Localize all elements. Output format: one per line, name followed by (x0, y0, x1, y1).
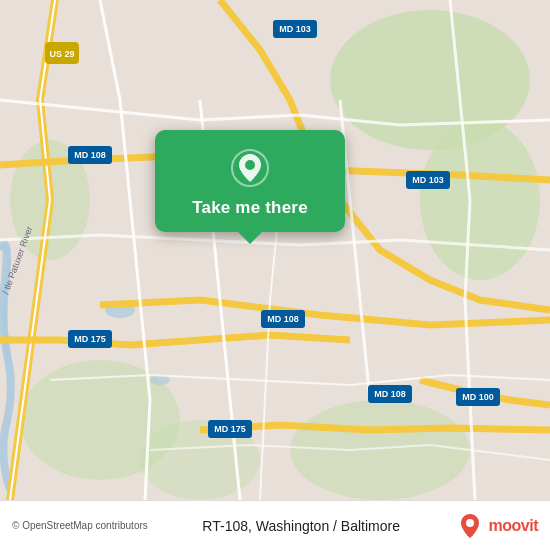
bottom-left: © OpenStreetMap contributors (12, 520, 148, 531)
svg-text:MD 103: MD 103 (412, 175, 444, 185)
svg-point-5 (290, 400, 470, 500)
svg-point-29 (245, 160, 255, 170)
take-me-there-label: Take me there (192, 198, 308, 218)
map-container: US 29 MD 103 MD 108 MD 103 MD 108 MD 175… (0, 0, 550, 500)
svg-point-2 (420, 120, 540, 280)
moovit-icon (455, 511, 485, 541)
svg-text:MD 108: MD 108 (267, 314, 299, 324)
svg-text:US 29: US 29 (49, 49, 74, 59)
route-info: RT-108, Washington / Baltimore (202, 518, 400, 534)
bottom-bar: © OpenStreetMap contributors RT-108, Was… (0, 500, 550, 550)
svg-text:MD 100: MD 100 (462, 392, 494, 402)
location-pin-icon (228, 146, 272, 190)
svg-text:MD 108: MD 108 (74, 150, 106, 160)
osm-attribution: © OpenStreetMap contributors (12, 520, 148, 531)
svg-point-30 (466, 519, 474, 527)
svg-text:MD 175: MD 175 (74, 334, 106, 344)
svg-text:MD 103: MD 103 (279, 24, 311, 34)
moovit-label: moovit (489, 517, 538, 535)
location-popup[interactable]: Take me there (155, 130, 345, 232)
moovit-logo: moovit (455, 511, 538, 541)
svg-text:MD 108: MD 108 (374, 389, 406, 399)
svg-text:MD 175: MD 175 (214, 424, 246, 434)
route-label: RT-108, Washington / Baltimore (202, 518, 400, 534)
